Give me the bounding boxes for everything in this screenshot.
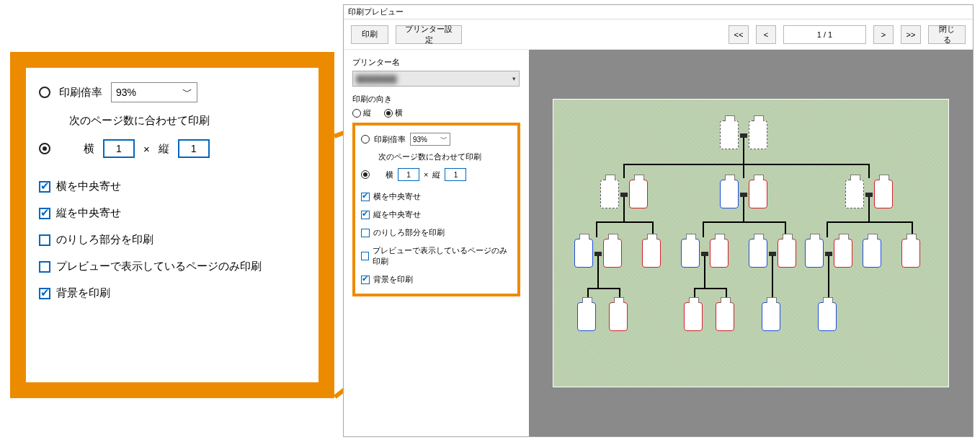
margins-check[interactable] [361,229,370,237]
nav-last-button[interactable]: >> [901,25,921,44]
times-big: × [143,143,150,155]
chevron-down-icon: ﹀ [440,134,447,144]
orientation-landscape[interactable]: 横 [384,107,403,118]
fit-v-input[interactable]: 1 [445,168,466,181]
window-title: 印刷プレビュー [344,5,973,19]
scale-fit-radio[interactable] [361,170,370,179]
tree-edge [772,256,773,301]
print-preview-window: 印刷プレビュー 印刷 プリンター設定 << < 1 / 1 > >> 閉じる プ… [343,4,974,437]
times-symbol: × [424,170,428,179]
scale-ratio-radio-big[interactable] [39,87,50,98]
fit-h-label: 横 [386,170,393,180]
tree-node [749,180,767,208]
tree-node [762,302,780,331]
tree-edge [623,164,625,178]
tree-edge [623,164,868,165]
visible-only-label-big: プレビューで表示しているページのみ印刷 [56,260,262,273]
tree-node [716,302,734,331]
center-h-label: 横を中央寄せ [373,191,421,202]
tree-edge [827,221,913,223]
visible-only-check[interactable] [361,252,369,260]
orientation-label: 印刷の向き [352,94,520,105]
tree-edge [743,197,744,221]
scale-panel: 印刷倍率 93% ﹀ 次のページ数に合わせて印刷 横 1 × 縦 1 [352,123,520,296]
orientation-portrait[interactable]: 縦 [352,107,371,118]
fit-v-label: 縦 [432,170,440,180]
landscape-label: 横 [395,107,403,118]
center-v-check-big[interactable] [39,208,50,219]
zoom-callout-inner: 印刷倍率 93% ﹀ 次のページ数に合わせて印刷 横 1 × 縦 1 横を中央寄… [26,68,318,382]
nav-first-button[interactable]: << [729,25,749,44]
center-h-label-big: 横を中央寄せ [56,180,121,193]
printer-settings-button[interactable]: プリンター設定 [396,25,462,44]
scale-ratio-select-big[interactable]: 93% ﹀ [111,82,197,102]
fit-v-label-big: 縦 [159,142,169,156]
printer-name-select[interactable]: ████████ ▾ [352,71,520,87]
tree-node [720,180,739,208]
tree-node [901,239,920,268]
scale-ratio-select[interactable]: 93% ﹀ [410,133,450,146]
scale-ratio-value-big: 93% [116,87,136,98]
tree-node [642,239,661,268]
scale-ratio-label-big: 印刷倍率 [59,86,102,100]
tree-edge [596,221,597,237]
close-button[interactable]: 閉じる [928,25,966,44]
tree-edge [703,221,704,237]
center-v-check[interactable] [361,211,370,219]
portrait-label: 縦 [363,107,371,118]
margins-label: のりしろ部分を印刷 [373,227,445,238]
center-h-check-big[interactable] [39,181,50,193]
tree-node [684,302,703,331]
scale-fit-radio-big[interactable] [39,143,50,154]
fit-h-input[interactable]: 1 [398,168,419,181]
fit-v-input-big[interactable]: 1 [178,139,210,158]
printer-name-value: ████████ [356,75,512,83]
radio-icon [384,109,393,118]
printer-name-label: プリンター名 [352,57,520,68]
chevron-down-icon: ▾ [512,75,516,82]
tree-edge [623,197,625,221]
nav-next-button[interactable]: > [873,25,894,44]
tree-node [574,239,593,268]
center-v-label-big: 縦を中央寄せ [56,206,121,220]
radio-icon [352,109,361,118]
scale-ratio-label: 印刷倍率 [374,134,406,145]
zoom-callout: 印刷倍率 93% ﹀ 次のページ数に合わせて印刷 横 1 × 縦 1 横を中央寄… [10,52,334,398]
tree-node [834,239,852,268]
tree-node [600,180,619,208]
tree-edge [743,138,744,164]
chevron-down-icon: ﹀ [182,86,192,99]
scale-ratio-radio[interactable] [361,135,370,144]
background-check-big[interactable] [39,288,50,299]
tree-node [778,239,796,268]
center-h-check[interactable] [361,193,370,201]
tree-node [874,180,893,208]
nav-prev-button[interactable]: < [756,25,776,44]
tree-edge [587,288,619,289]
tree-edge [597,256,599,288]
print-button[interactable]: 印刷 [351,25,388,44]
tree-edge [704,256,705,288]
tree-node [749,120,767,149]
visible-only-check-big[interactable] [39,261,50,273]
margins-check-big[interactable] [39,234,50,246]
tree-edge [703,221,786,223]
tree-node [805,239,824,268]
background-check[interactable] [361,276,370,284]
tree-node [818,302,837,331]
center-v-label: 縦を中央寄せ [373,209,421,220]
fit-pages-label-big: 次のページ数に合わせて印刷 [69,114,210,128]
settings-sidebar: プリンター名 ████████ ▾ 印刷の向き 縦 横 印刷倍率 93% [344,50,529,436]
preview-canvas [529,50,973,436]
preview-page [553,99,949,387]
tree-edge [694,288,726,289]
background-label: 背景を印刷 [373,274,413,285]
margins-label-big: のりしろ部分を印刷 [56,233,153,247]
tree-node [681,239,700,268]
fit-h-input-big[interactable]: 1 [103,139,135,158]
page-counter: 1 / 1 [783,25,866,44]
tree-node [609,302,628,331]
fit-pages-label: 次のページ数に合わせて印刷 [378,151,481,162]
toolbar: 印刷 プリンター設定 << < 1 / 1 > >> 閉じる [344,19,973,50]
tree-edge [596,221,654,223]
